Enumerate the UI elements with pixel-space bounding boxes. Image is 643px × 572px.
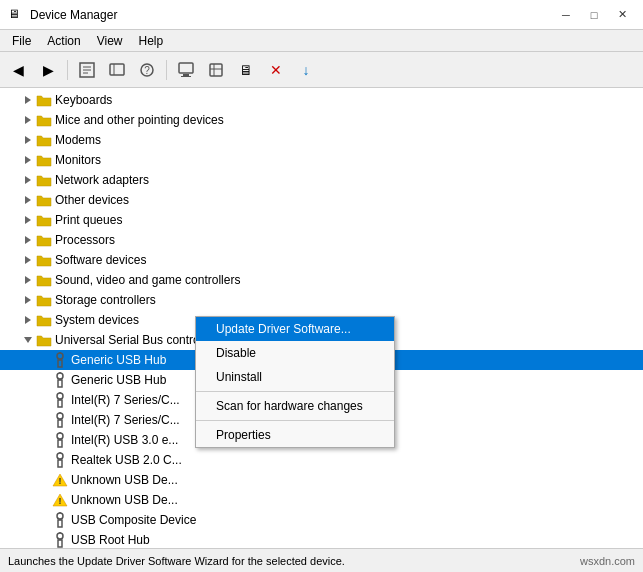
label-intel1: Intel(R) 7 Series/C... bbox=[71, 393, 180, 407]
status-bar: Launches the Update Driver Software Wiza… bbox=[0, 548, 643, 572]
svg-text:?: ? bbox=[144, 65, 150, 76]
expand-printqueues[interactable] bbox=[20, 212, 36, 228]
menu-item-help[interactable]: Help bbox=[131, 32, 172, 50]
icon-unknown2: ! bbox=[52, 492, 68, 508]
tree-item-software[interactable]: Software devices bbox=[0, 250, 643, 270]
app-icon: 🖥 bbox=[8, 7, 24, 23]
update-button[interactable]: ↓ bbox=[292, 56, 320, 84]
icon-generic1 bbox=[52, 352, 68, 368]
expand-software[interactable] bbox=[20, 252, 36, 268]
svg-marker-25 bbox=[25, 316, 31, 324]
expand-keyboards[interactable] bbox=[20, 92, 36, 108]
svg-rect-47 bbox=[58, 440, 62, 447]
label-keyboards: Keyboards bbox=[55, 93, 112, 107]
svg-rect-8 bbox=[179, 63, 193, 73]
icon-usb bbox=[36, 332, 52, 348]
expand-monitors[interactable] bbox=[20, 152, 36, 168]
svg-rect-10 bbox=[181, 76, 191, 77]
label-modems: Modems bbox=[55, 133, 101, 147]
resources-button[interactable] bbox=[202, 56, 230, 84]
expand-storage[interactable] bbox=[20, 292, 36, 308]
toolbar: ◀ ▶ ? 🖥 ✕ ↓ bbox=[0, 52, 643, 88]
expand-system[interactable] bbox=[20, 312, 36, 328]
icon-sound bbox=[36, 272, 52, 288]
svg-marker-24 bbox=[25, 296, 31, 304]
device-manager-button[interactable] bbox=[172, 56, 200, 84]
scan-button[interactable] bbox=[103, 56, 131, 84]
icon-intel1 bbox=[52, 392, 68, 408]
icon-generic2 bbox=[52, 372, 68, 388]
expand-processors[interactable] bbox=[20, 232, 36, 248]
tree-item-modems[interactable]: Modems bbox=[0, 130, 643, 150]
properties-button[interactable] bbox=[73, 56, 101, 84]
expand-mice[interactable] bbox=[20, 112, 36, 128]
context-menu-item-uninstall[interactable]: Uninstall bbox=[196, 365, 394, 389]
help-button[interactable]: ? bbox=[133, 56, 161, 84]
svg-marker-16 bbox=[25, 136, 31, 144]
expand-sound[interactable] bbox=[20, 272, 36, 288]
label-storage: Storage controllers bbox=[55, 293, 156, 307]
menu-bar: FileActionViewHelp bbox=[0, 30, 643, 52]
tree-item-storage[interactable]: Storage controllers bbox=[0, 290, 643, 310]
icon-intel3 bbox=[52, 432, 68, 448]
icon-modems bbox=[36, 132, 52, 148]
tree-item-mice[interactable]: Mice and other pointing devices bbox=[0, 110, 643, 130]
tree-item-printqueues[interactable]: Print queues bbox=[0, 210, 643, 230]
tree-item-keyboards[interactable]: Keyboards bbox=[0, 90, 643, 110]
icon-other bbox=[36, 192, 52, 208]
tree-item-realtek[interactable]: Realtek USB 2.0 C... bbox=[0, 450, 643, 470]
toolbar-separator-2 bbox=[166, 60, 167, 80]
tree-item-composite[interactable]: USB Composite Device bbox=[0, 510, 643, 530]
label-generic2: Generic USB Hub bbox=[71, 373, 166, 387]
label-software: Software devices bbox=[55, 253, 146, 267]
forward-button[interactable]: ▶ bbox=[34, 56, 62, 84]
computer-button[interactable]: 🖥 bbox=[232, 56, 260, 84]
close-button[interactable]: ✕ bbox=[609, 5, 635, 25]
menu-item-action[interactable]: Action bbox=[39, 32, 88, 50]
label-other: Other devices bbox=[55, 193, 129, 207]
remove-button[interactable]: ✕ bbox=[262, 56, 290, 84]
context-menu-item-properties[interactable]: Properties bbox=[196, 423, 394, 447]
context-menu-item-scan[interactable]: Scan for hardware changes bbox=[196, 394, 394, 418]
tree-item-other[interactable]: Other devices bbox=[0, 190, 643, 210]
main-area: KeyboardsMice and other pointing devices… bbox=[0, 88, 643, 548]
label-realtek: Realtek USB 2.0 C... bbox=[71, 453, 182, 467]
context-menu-item-disable[interactable]: Disable bbox=[196, 341, 394, 365]
icon-printqueues bbox=[36, 212, 52, 228]
expand-modems[interactable] bbox=[20, 132, 36, 148]
label-composite: USB Composite Device bbox=[71, 513, 196, 527]
maximize-button[interactable]: □ bbox=[581, 5, 607, 25]
context-menu-item-update[interactable]: Update Driver Software... bbox=[196, 317, 394, 341]
tree-item-roothub1[interactable]: USB Root Hub bbox=[0, 530, 643, 548]
menu-item-file[interactable]: File bbox=[4, 32, 39, 50]
svg-rect-52 bbox=[58, 460, 62, 467]
expand-network[interactable] bbox=[20, 172, 36, 188]
title-bar: 🖥 Device Manager ─ □ ✕ bbox=[0, 0, 643, 30]
status-right: wsxdn.com bbox=[580, 555, 635, 567]
icon-network bbox=[36, 172, 52, 188]
svg-marker-23 bbox=[25, 276, 31, 284]
svg-rect-11 bbox=[210, 64, 222, 76]
icon-intel2 bbox=[52, 412, 68, 428]
svg-text:!: ! bbox=[59, 496, 62, 506]
context-menu-separator bbox=[196, 391, 394, 392]
tree-item-processors[interactable]: Processors bbox=[0, 230, 643, 250]
tree-item-unknown1[interactable]: !Unknown USB De... bbox=[0, 470, 643, 490]
minimize-button[interactable]: ─ bbox=[553, 5, 579, 25]
label-roothub1: USB Root Hub bbox=[71, 533, 150, 547]
tree-item-unknown2[interactable]: !Unknown USB De... bbox=[0, 490, 643, 510]
menu-item-view[interactable]: View bbox=[89, 32, 131, 50]
expand-other[interactable] bbox=[20, 192, 36, 208]
tree-item-monitors[interactable]: Monitors bbox=[0, 150, 643, 170]
back-button[interactable]: ◀ bbox=[4, 56, 32, 84]
tree-item-sound[interactable]: Sound, video and game controllers bbox=[0, 270, 643, 290]
tree-item-network[interactable]: Network adapters bbox=[0, 170, 643, 190]
label-mice: Mice and other pointing devices bbox=[55, 113, 224, 127]
svg-rect-9 bbox=[183, 74, 189, 76]
expand-usb[interactable] bbox=[20, 332, 36, 348]
status-text: Launches the Update Driver Software Wiza… bbox=[8, 555, 345, 567]
icon-composite bbox=[52, 512, 68, 528]
svg-marker-15 bbox=[25, 116, 31, 124]
icon-monitors bbox=[36, 152, 52, 168]
icon-system bbox=[36, 312, 52, 328]
